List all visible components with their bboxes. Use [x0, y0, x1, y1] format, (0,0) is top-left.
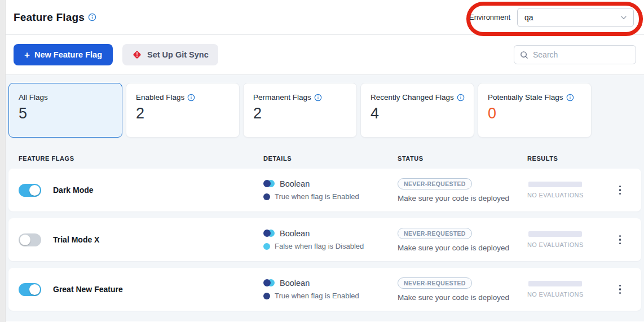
page-title: Feature Flags [14, 11, 85, 24]
flag-toggle[interactable] [19, 184, 41, 197]
search-input[interactable] [533, 50, 630, 59]
flag-details: Boolean True when flag is Enabled [263, 279, 398, 300]
flag-toggle[interactable] [19, 283, 41, 296]
flag-status: NEVER-REQUESTED Make sure your code is d… [398, 228, 527, 252]
plus-icon: + [24, 50, 30, 60]
stat-card-value: 5 [19, 105, 114, 122]
environment-selected-value: qa [524, 13, 533, 22]
stat-card-label: Permanent Flags [253, 93, 311, 102]
flag-row[interactable]: Dark Mode Boolean True when flag is Enab… [8, 169, 641, 211]
new-feature-flag-label: New Feature Flag [34, 50, 102, 59]
flag-results: NO EVALUATIONS [527, 182, 641, 199]
status-text: Make sure your code is deployed [398, 244, 527, 252]
status-text: Make sure your code is deployed [398, 194, 527, 202]
column-header-results: RESULTS [527, 155, 641, 162]
stat-card-value: 2 [253, 105, 349, 122]
flag-row[interactable]: Trial Mode X Boolean False when flag is … [8, 218, 641, 261]
flag-status: NEVER-REQUESTED Make sure your code is d… [398, 178, 527, 202]
results-label: NO EVALUATIONS [527, 192, 584, 199]
flag-rule-text: False when flag is Disabled [275, 242, 364, 250]
results-label: NO EVALUATIONS [527, 241, 584, 248]
stat-card[interactable]: All Flags 5 [8, 83, 122, 138]
flag-row[interactable]: Great New Feature Boolean True when flag… [8, 268, 641, 311]
flag-rule-text: True when flag is Enabled [275, 192, 359, 201]
column-header-feature-flags: FEATURE FLAGS [19, 155, 263, 162]
flag-status: NEVER-REQUESTED Make sure your code is d… [398, 277, 527, 302]
evaluations-bar [528, 231, 582, 237]
flag-rule-text: True when flag is Enabled [275, 292, 359, 300]
search-icon [520, 51, 528, 59]
left-panel-edge [0, 0, 6, 322]
content-area: All Flags 5 Enabled Flags 2 Permanent Fl… [6, 75, 644, 321]
stat-card[interactable]: Enabled Flags 2 [126, 83, 240, 138]
setup-git-sync-button[interactable]: Set Up Git Sync [122, 44, 218, 65]
stat-card[interactable]: Recently Changed Flags 4 [360, 83, 474, 138]
kebab-menu-icon[interactable] [616, 232, 625, 248]
page-header: Feature Flags Environment qa [6, 0, 644, 35]
stat-card-label: Recently Changed Flags [370, 93, 454, 102]
stat-card-label: Potentially Stale Flags [488, 93, 563, 102]
kebab-menu-icon[interactable] [616, 281, 625, 298]
results-label: NO EVALUATIONS [527, 291, 584, 298]
rule-dot-icon [263, 243, 270, 250]
rule-dot-icon [263, 193, 270, 200]
feature-flags-page: Feature Flags Environment qa + New Featu… [6, 0, 644, 322]
info-icon[interactable] [457, 94, 465, 102]
flag-type-label: Boolean [280, 179, 310, 188]
environment-picker: Environment qa [469, 8, 634, 27]
info-icon[interactable] [187, 94, 195, 102]
flag-type-label: Boolean [280, 229, 310, 238]
flag-results: NO EVALUATIONS [527, 231, 641, 248]
new-feature-flag-button[interactable]: + New Feature Flag [14, 44, 113, 65]
rule-dot-icon [263, 293, 270, 299]
environment-label: Environment [469, 13, 510, 21]
flag-name: Dark Mode [53, 186, 94, 195]
flag-toggle[interactable] [19, 233, 41, 246]
info-icon[interactable] [88, 13, 96, 21]
stat-card-value: 2 [136, 105, 231, 122]
flag-name: Great New Feature [53, 285, 123, 294]
git-diamond-icon [132, 50, 142, 60]
status-badge: NEVER-REQUESTED [398, 178, 472, 189]
evaluations-bar [528, 182, 582, 187]
stat-card-label: All Flags [19, 93, 48, 102]
flag-results: NO EVALUATIONS [527, 281, 641, 298]
flag-type-label: Boolean [280, 279, 310, 288]
flag-details: Boolean False when flag is Disabled [263, 229, 398, 250]
stat-card-value: 4 [370, 105, 466, 122]
column-header-status: STATUS [398, 155, 527, 162]
environment-select[interactable]: qa [517, 8, 634, 27]
chevron-down-icon [620, 14, 628, 21]
boolean-type-icon [263, 279, 275, 287]
boolean-type-icon [263, 180, 275, 188]
stat-card-value: 0 [488, 105, 583, 122]
boolean-type-icon [263, 230, 275, 237]
status-badge: NEVER-REQUESTED [398, 228, 472, 239]
search-box [514, 45, 636, 64]
status-badge: NEVER-REQUESTED [398, 277, 472, 289]
table-header: FEATURE FLAGS DETAILS STATUS RESULTS [8, 155, 641, 162]
status-text: Make sure your code is deployed [398, 293, 527, 302]
info-icon[interactable] [566, 94, 574, 102]
flag-rows: Dark Mode Boolean True when flag is Enab… [8, 169, 641, 311]
flag-name: Trial Mode X [53, 235, 99, 244]
toolbar: + New Feature Flag Set Up Git Sync [6, 35, 644, 75]
stat-card[interactable]: Potentially Stale Flags 0 [478, 83, 592, 138]
info-icon[interactable] [314, 94, 322, 102]
stat-card[interactable]: Permanent Flags 2 [243, 83, 357, 138]
evaluations-bar [528, 281, 582, 286]
column-header-details: DETAILS [263, 155, 398, 162]
stat-card-label: Enabled Flags [136, 93, 184, 102]
kebab-menu-icon[interactable] [616, 182, 625, 199]
setup-git-sync-label: Set Up Git Sync [147, 50, 209, 59]
flag-details: Boolean True when flag is Enabled [263, 179, 398, 201]
stats-cards: All Flags 5 Enabled Flags 2 Permanent Fl… [8, 83, 641, 138]
